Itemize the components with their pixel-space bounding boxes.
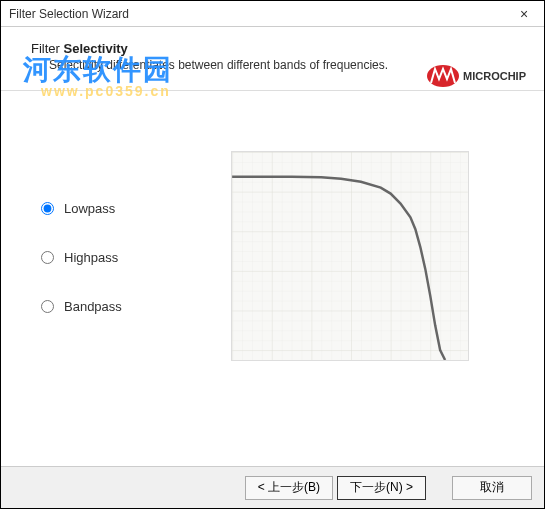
page-description: Selectivity differentiates between diffe… [49,58,526,72]
svg-rect-2 [232,152,468,360]
window-title: Filter Selection Wizard [9,7,129,21]
wizard-window: Filter Selection Wizard × 河东软件园 www.pc03… [0,0,545,509]
close-button[interactable]: × [504,1,544,27]
radio-bandpass[interactable]: Bandpass [41,299,201,314]
header-area: Filter Selectivity Selectivity different… [1,27,544,82]
title-prefix: Filter [31,41,64,56]
back-button[interactable]: < 上一步(B) [245,476,333,500]
filter-type-radio-group: Lowpass Highpass Bandpass [41,151,201,361]
titlebar: Filter Selection Wizard × [1,1,544,27]
chart-svg [232,152,468,360]
radio-bandpass-input[interactable] [41,300,54,313]
next-button[interactable]: 下一步(N) > [337,476,426,500]
filter-response-chart [231,151,469,361]
radio-highpass[interactable]: Highpass [41,250,201,265]
cancel-button[interactable]: 取消 [452,476,532,500]
main-area: Lowpass Highpass Bandpass [1,91,544,381]
radio-highpass-label: Highpass [64,250,118,265]
radio-highpass-input[interactable] [41,251,54,264]
content-area: 河东软件园 www.pc0359.cn MICROCHIP Filter Sel… [1,27,544,467]
radio-lowpass-input[interactable] [41,202,54,215]
title-bold: Selectivity [64,41,128,56]
radio-lowpass[interactable]: Lowpass [41,201,201,216]
footer-buttons: < 上一步(B) 下一步(N) > 取消 [1,466,544,508]
radio-lowpass-label: Lowpass [64,201,115,216]
close-icon: × [520,6,528,22]
page-title: Filter Selectivity [31,41,526,56]
radio-bandpass-label: Bandpass [64,299,122,314]
